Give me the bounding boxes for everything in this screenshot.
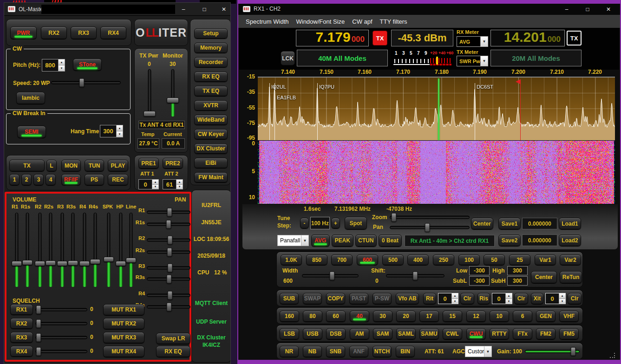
chevron-down-icon[interactable]: ▼ [480, 56, 488, 66]
filter-width-button[interactable]: 700 [331, 254, 353, 265]
paste-button[interactable]: PAST [349, 293, 368, 304]
xit-spin-arrows[interactable]: ▲▼ [559, 293, 565, 304]
menu-spectrum-width[interactable]: Spectrum Width [246, 18, 288, 25]
slider-handle[interactable] [166, 275, 171, 284]
volume-slider-r1s[interactable] [22, 213, 33, 287]
band-button[interactable]: 60 [326, 311, 346, 322]
title-bar[interactable]: RX1 - CH2 – □ ✕ [238, 4, 620, 15]
slider-handle[interactable] [36, 319, 41, 328]
pan-slider-r3s[interactable] [147, 274, 190, 284]
slider-handle[interactable] [22, 260, 33, 265]
slider-handle[interactable] [167, 208, 172, 217]
squelch-rx3-button[interactable]: RX3 [10, 332, 33, 343]
chevron-down-icon[interactable]: ▼ [301, 235, 308, 246]
close-button[interactable]: ✕ [601, 4, 615, 14]
shift-slider[interactable] [386, 272, 445, 280]
tx-eq-button[interactable]: TX EQ [194, 86, 228, 96]
width-slider[interactable] [302, 272, 359, 280]
volume-slider-r3[interactable] [57, 213, 68, 287]
chevron-down-icon[interactable]: ▼ [484, 346, 491, 357]
slider-handle[interactable] [57, 261, 67, 266]
squelch-rx2-slider[interactable] [35, 318, 87, 329]
pan-slider-r2s[interactable] [147, 247, 190, 257]
filter-width-button[interactable]: 1.0K [281, 254, 302, 265]
ris-spinner[interactable]: 0▲▼ [492, 293, 512, 304]
spectrum-display[interactable]: IQ2UL EA1FLB IQ7PU DC6ST [258, 77, 615, 140]
band-button[interactable]: VHF [559, 311, 579, 322]
iambic-button[interactable]: Iambic [16, 92, 45, 104]
squelch-rx3-slider[interactable] [35, 332, 87, 343]
filter-width-button[interactable]: 400 [407, 254, 429, 265]
vfo-b-tx-button[interactable]: TX [567, 31, 582, 46]
cw-speed-slider[interactable] [51, 78, 121, 87]
resize-grip[interactable] [610, 353, 615, 358]
pre1-button[interactable]: PRE1 [138, 158, 159, 169]
band-button[interactable]: 10 [490, 311, 509, 322]
slider-handle[interactable] [391, 213, 396, 222]
volume-slider-r4s[interactable] [90, 213, 101, 287]
band-button[interactable]: 6 [513, 311, 532, 322]
ctun-button[interactable]: CTUN [355, 234, 377, 247]
rx3-button[interactable]: RX3 [71, 26, 97, 39]
slider-handle[interactable] [36, 347, 41, 356]
eibi-button[interactable]: EiBi [194, 158, 228, 168]
pan-slider-r1[interactable] [147, 208, 190, 217]
mode-button[interactable]: CWL [443, 328, 462, 339]
mode-button[interactable]: FM2 [536, 328, 556, 339]
low-field[interactable]: -300 [469, 266, 490, 275]
xit-spinner[interactable]: 0▲▼ [545, 293, 566, 304]
hang-spin-arrows[interactable]: ▲▼ [116, 125, 123, 137]
band-button[interactable]: 12 [466, 311, 486, 322]
play-button[interactable]: PLAY [108, 160, 128, 171]
menu-cw-apf[interactable]: CW apf [352, 18, 372, 25]
avg-button[interactable]: AVG [311, 234, 330, 247]
slider-handle[interactable] [167, 98, 179, 103]
mode-button[interactable]: SAM [373, 328, 392, 339]
mute-rx2-button[interactable]: MUT RX2 [103, 318, 144, 329]
mode-button[interactable]: SAML [396, 328, 416, 339]
volume-slider-r4[interactable] [79, 213, 90, 287]
hang-time-spinner[interactable]: 300 ▲▼ [100, 125, 123, 137]
mute-rx4-button[interactable]: MUT RX4 [103, 346, 144, 357]
squelch-rx1-slider[interactable] [35, 304, 87, 315]
rit-clr-button[interactable]: Clr [460, 293, 474, 304]
subl-field[interactable]: -300 [469, 276, 490, 286]
mute-rx1-button[interactable]: MUT RX1 [103, 304, 144, 315]
vfo-ab-button[interactable]: Vfo AB [396, 293, 419, 304]
filter-width-button[interactable]: 250 [433, 254, 454, 265]
band-button[interactable]: 80 [303, 311, 322, 322]
tx-meter-dropdown[interactable]: SWR Pwr ▼ [457, 56, 488, 66]
xvtr-button[interactable]: XVTR [194, 100, 228, 110]
mode-button[interactable]: USB [303, 328, 322, 339]
pan-slider-r1s[interactable] [147, 220, 190, 229]
squelch-rx4-slider[interactable] [35, 346, 87, 357]
slider-handle[interactable] [35, 261, 45, 266]
sub-cursor-line[interactable] [520, 79, 521, 140]
nb-button[interactable]: NB [303, 346, 322, 357]
wideband-button[interactable]: WideBand [194, 115, 228, 125]
slider-handle[interactable] [167, 291, 172, 300]
cw-keyer-button[interactable]: CW Keyer [194, 129, 228, 139]
maximize-button[interactable]: □ [581, 4, 595, 14]
rx-meter-dropdown[interactable]: AVG ▼ [457, 36, 488, 47]
rx-select-3-button[interactable]: 3 [33, 174, 44, 185]
vfo-a-tx-button[interactable]: TX [373, 31, 387, 46]
callsign-label[interactable]: EA1FLB [277, 95, 296, 100]
pre2-button[interactable]: PRE2 [163, 158, 183, 169]
p-sw-button[interactable]: P-SW [373, 293, 392, 304]
mon-button[interactable]: MON [61, 160, 81, 171]
volume-slider-r1[interactable] [11, 213, 22, 287]
callsign-label[interactable]: DC6ST [477, 84, 493, 90]
callsign-label[interactable]: IQ7PU [319, 84, 334, 90]
swap-button[interactable]: SWAP [303, 293, 322, 304]
pan-slider[interactable] [390, 223, 470, 232]
sub-button[interactable]: SUB [280, 293, 299, 304]
vfo-a-frequency[interactable]: 7.179000 [296, 30, 369, 46]
slider-handle[interactable] [12, 261, 22, 266]
peak-button[interactable]: PEAK [332, 234, 353, 247]
xit-button[interactable]: Xit [531, 293, 543, 304]
band-button[interactable]: 15 [443, 311, 462, 322]
menu-window-font-size[interactable]: Window/Font Size [296, 18, 345, 25]
att2-spin-arrows[interactable]: ▲▼ [176, 180, 183, 189]
band-button[interactable]: 20 [396, 311, 416, 322]
